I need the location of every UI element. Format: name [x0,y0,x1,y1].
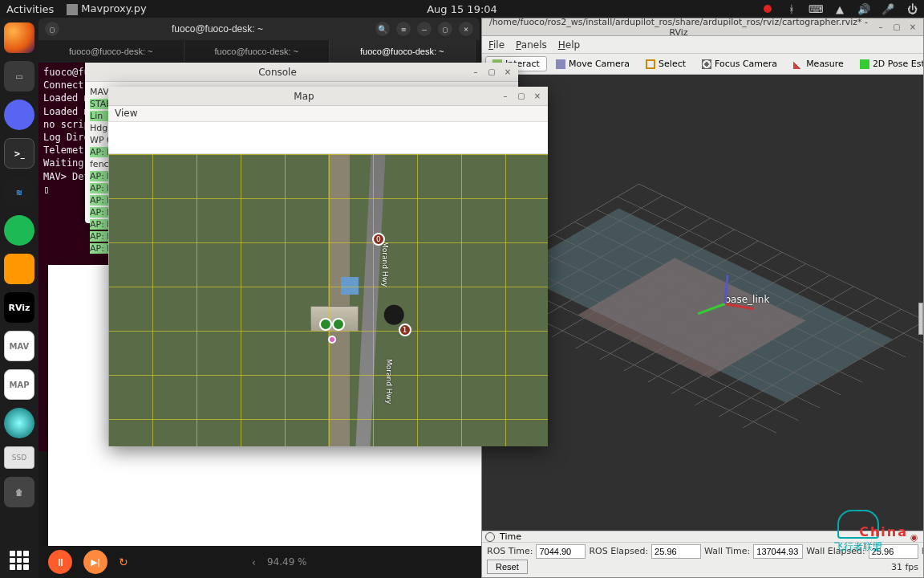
map-window[interactable]: Map – ▢ × View Morand Hwy Morand Hwy 01 [108,87,548,446]
menu-help[interactable]: Help [558,39,580,51]
console-titlebar[interactable]: Console – ▢ × [85,63,518,82]
menu-icon[interactable]: ≡ [396,22,411,36]
bluetooth-icon[interactable]: ᚼ [786,3,797,14]
move-camera-icon [556,59,565,69]
waypoint-marker[interactable]: 1 [399,324,411,336]
clock-icon [485,532,495,542]
play-pause-button[interactable]: ⏸ [48,550,72,574]
close-button[interactable]: × [532,91,543,102]
menu-file[interactable]: File [488,39,505,51]
volume-icon[interactable]: 🔊 [858,3,869,14]
dock-trash[interactable]: 🗑 [4,477,34,507]
menu-panels[interactable]: Panels [516,39,547,51]
record-indicator-icon[interactable] [762,3,773,14]
map-canvas[interactable]: Morand Hwy Morand Hwy 01 [108,154,548,446]
terminal-tab[interactable]: fuoco@fuoco-desk: ~ [38,40,184,63]
waypoint-marker[interactable] [328,336,336,344]
next-track-button[interactable]: ▶| [83,550,107,574]
map-toolbar [108,122,548,154]
media-bar: ⏸ ▶| ↻ ‹ 94.49 % [38,546,481,578]
map-title: Map [113,91,495,102]
dock-rviz[interactable]: RViz [4,292,34,323]
rviz-titlebar[interactable]: /home/fuoco/ros2_ws/install/ardupilot_ro… [482,18,923,36]
mic-icon[interactable]: 🎤 [882,3,894,14]
dock-sublime[interactable] [4,254,34,284]
dock-mav-map[interactable]: MAP [4,369,34,400]
current-app[interactable]: Mavproxy.py [67,2,146,15]
dock-mav-console[interactable]: MAV [4,331,34,361]
ros-time-field[interactable] [536,544,586,559]
dock: ▭ >_ ≋ RViz MAV MAP SSD 🗑 [0,18,38,578]
reset-button[interactable]: Reset [487,560,528,574]
dock-spotify[interactable] [4,215,34,246]
time-panel: Time ◉ ROS Time: ROS Elapsed: Wall Time:… [482,531,923,577]
maximize-button[interactable]: ▢ [486,67,497,78]
power-icon[interactable]: ⏻ [906,3,918,14]
tool-select[interactable]: Select [638,56,693,71]
building [341,277,359,295]
experimental-label: Experimental [922,546,923,556]
dock-ssd[interactable]: SSD [4,446,34,469]
ros-elapsed-label: ROS Elapsed: [589,546,648,556]
loop-button[interactable]: ↻ [119,556,128,568]
wall-time-label: Wall Time: [704,546,750,556]
clock[interactable]: Aug 15 19:04 [427,3,497,15]
road-label: Morand Hwy [381,242,389,287]
rviz-title-text: /home/fuoco/ros2_ws/install/ardupilot_ro… [487,17,870,38]
close-button[interactable]: × [502,67,513,78]
wall-elapsed-field[interactable] [869,544,918,559]
dock-color[interactable] [4,408,34,438]
chevron-left-icon[interactable]: ‹ [252,556,256,568]
focus-camera-icon [702,59,711,69]
panel-handle[interactable] [918,303,923,335]
rviz-3d-view[interactable]: base_link [482,75,923,531]
progress-percent: 94.49 % [267,556,307,568]
map-menubar: View [108,106,548,122]
minimize-button[interactable]: – [500,91,511,102]
tool-measure[interactable]: Measure [786,56,851,71]
dock-vscode[interactable]: ≋ [4,177,34,207]
waypoint-marker[interactable]: 0 [372,233,385,246]
terminal-tab[interactable]: fuoco@fuoco-desk: ~ [330,40,476,63]
time-panel-title: Time [500,531,521,542]
network-icon[interactable]: ▲ [834,3,845,14]
tabs-dropdown[interactable]: ⌄ [476,40,480,63]
maximize-button[interactable]: ▢ [891,22,902,33]
tool-2d-pose-estimate[interactable]: 2D Pose Estimate [853,56,923,71]
minimize-button[interactable]: – [417,22,432,36]
tool-focus-camera[interactable]: Focus Camera [695,56,784,71]
terminal-tab[interactable]: fuoco@fuoco-desk: ~ [184,40,330,63]
map-titlebar[interactable]: Map – ▢ × [108,87,548,106]
close-button[interactable]: × [907,22,918,33]
ros-time-label: ROS Time: [487,546,533,556]
console-title: Console [90,67,465,78]
measure-icon [793,59,803,69]
activities-button[interactable]: Activities [6,3,54,15]
keyboard-layout-icon[interactable]: ⌨ [810,3,821,14]
dock-firefox[interactable] [4,22,34,53]
dock-terminal[interactable]: >_ [4,138,34,169]
new-tab-button[interactable]: ▢ [45,22,59,36]
select-icon [646,59,655,69]
show-apps-button[interactable] [10,551,29,570]
minimize-button[interactable]: – [875,22,886,33]
terminal-tabs: fuoco@fuoco-desk: ~ fuoco@fuoco-desk: ~ … [38,40,480,63]
road-label: Morand Hwy [385,359,393,404]
pose-estimate-icon [860,59,869,69]
close-button[interactable]: × [459,22,473,36]
wall-time-field[interactable] [753,544,803,559]
menu-view[interactable]: View [115,108,137,119]
maximize-button[interactable]: ▢ [438,22,452,36]
wall-elapsed-label: Wall Elapsed: [806,546,865,556]
fps-label: 31 fps [891,562,918,572]
search-icon[interactable]: 🔍 [375,22,390,36]
maximize-button[interactable]: ▢ [516,91,527,102]
minimize-button[interactable]: – [470,67,481,78]
terminal-titlebar[interactable]: ▢ fuoco@fuoco-desk: ~ 🔍 ≡ – ▢ × [38,18,480,40]
dock-discord[interactable] [4,100,34,130]
tool-move-camera[interactable]: Move Camera [549,56,637,71]
dock-files[interactable]: ▭ [4,61,34,92]
waypoint-marker[interactable] [319,318,332,331]
ros-elapsed-field[interactable] [651,544,701,559]
close-panel-icon[interactable]: ◉ [910,532,920,542]
